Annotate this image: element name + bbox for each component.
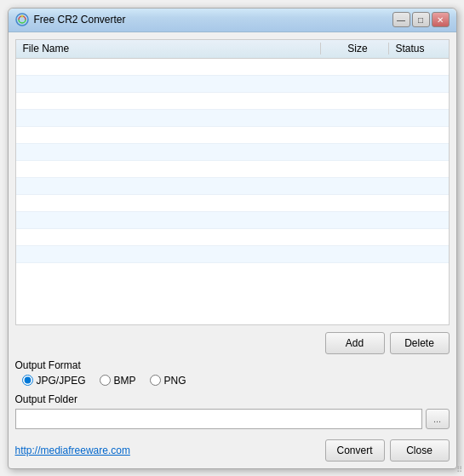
radio-jpg[interactable]: JPG/JPEG [22, 375, 86, 387]
table-row [16, 144, 449, 161]
maximize-button[interactable]: □ [412, 12, 430, 27]
content-area: File Name Size Status [9, 32, 456, 468]
output-format-label: Output Format [15, 359, 450, 371]
svg-point-1 [20, 15, 23, 18]
table-row [16, 229, 449, 246]
column-filename: File Name [16, 43, 321, 54]
title-bar: Free CR2 Converter — □ ✕ [9, 9, 456, 32]
radio-bmp[interactable]: BMP [100, 375, 136, 387]
window-controls: — □ ✕ [392, 12, 450, 27]
file-table: File Name Size Status [15, 39, 450, 325]
folder-path-input[interactable] [15, 409, 422, 429]
table-row [16, 178, 449, 195]
title-bar-text: Free CR2 Converter [34, 14, 392, 26]
table-row [16, 212, 449, 229]
table-row [16, 93, 449, 110]
table-row [16, 76, 449, 93]
table-row [16, 161, 449, 178]
radio-label-jpg: JPG/JPEG [37, 375, 86, 387]
table-row [16, 246, 449, 263]
radio-png[interactable]: PNG [150, 375, 186, 387]
add-button[interactable]: Add [325, 332, 385, 354]
column-status: Status [389, 43, 449, 54]
table-row [16, 59, 449, 76]
minimize-button[interactable]: — [392, 12, 410, 27]
table-header: File Name Size Status [16, 40, 449, 59]
convert-button[interactable]: Convert [325, 439, 385, 462]
browse-button[interactable]: ... [426, 409, 450, 429]
table-row [16, 127, 449, 144]
radio-label-bmp: BMP [114, 375, 136, 387]
file-action-buttons: Add Delete [15, 332, 450, 354]
bottom-row: http://mediafreeware.com Convert Close [15, 439, 450, 462]
radio-input-png[interactable] [150, 375, 161, 386]
format-radio-group: JPG/JPEG BMP PNG [22, 375, 450, 387]
radio-label-png: PNG [164, 375, 186, 387]
output-folder-section: Output Folder ... [15, 393, 450, 429]
close-button[interactable]: Close [390, 439, 450, 462]
output-folder-label: Output Folder [15, 393, 450, 405]
table-row [16, 110, 449, 127]
website-link[interactable]: http://mediafreeware.com [15, 444, 130, 456]
radio-input-jpg[interactable] [22, 375, 33, 386]
column-size: Size [321, 43, 389, 54]
close-window-button[interactable]: ✕ [432, 12, 450, 27]
output-format-section: Output Format JPG/JPEG BMP PNG [15, 359, 450, 387]
table-body[interactable] [16, 59, 449, 324]
delete-button[interactable]: Delete [390, 332, 450, 354]
resize-grip[interactable]: ⠿ [456, 465, 457, 469]
main-window: Free CR2 Converter — □ ✕ File Name Size … [8, 8, 457, 469]
folder-input-row: ... [15, 409, 450, 429]
app-icon [15, 13, 29, 26]
bottom-buttons: Convert Close [325, 439, 450, 462]
table-row [16, 195, 449, 212]
radio-input-bmp[interactable] [100, 375, 111, 386]
